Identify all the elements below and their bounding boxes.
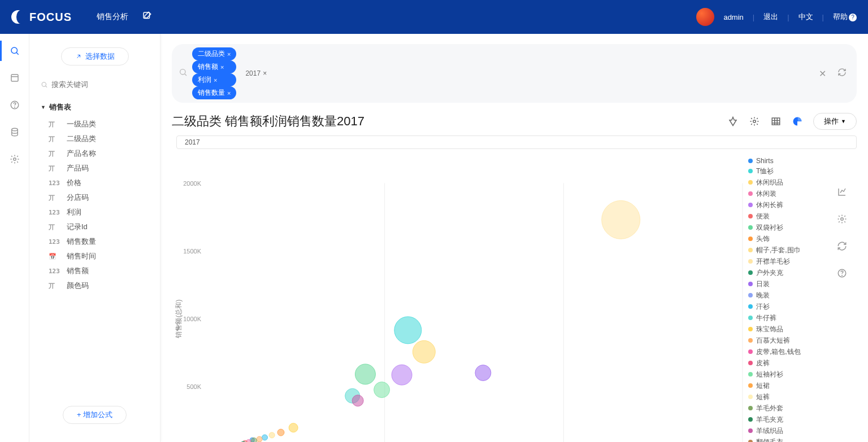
query-pill-plain[interactable]: 2017× [241, 68, 271, 79]
legend-dot-icon [748, 406, 753, 410]
query-pill[interactable]: 利润 × [192, 73, 236, 86]
plot-area[interactable]: 05K10K15K500K1000K1500K2000K销售数量(总和)销售额(… [172, 152, 748, 442]
legend-item[interactable]: 双袋衬衫 [748, 222, 827, 233]
bubble[interactable] [394, 317, 422, 344]
query-clear-icon[interactable]: ✕ [815, 68, 830, 79]
legend-dot-icon [748, 304, 753, 309]
field-item[interactable]: 丌颜色码 [29, 278, 160, 293]
bubble[interactable] [475, 365, 491, 381]
bubble[interactable] [289, 423, 298, 432]
query-refresh-icon[interactable] [834, 68, 850, 79]
field-item[interactable]: 丌一级品类 [29, 117, 160, 132]
username[interactable]: admin [723, 13, 743, 21]
legend-item[interactable]: 休闲装 [748, 188, 827, 199]
field-item[interactable]: 📅销售时间 [29, 249, 160, 264]
bubble[interactable] [251, 438, 257, 443]
legend-item[interactable]: 皮带,箱包,钱包 [748, 346, 827, 357]
legend-item[interactable]: T恤衫 [748, 165, 827, 177]
chart-help-icon[interactable] [836, 268, 848, 279]
rail-help-icon[interactable] [9, 99, 20, 111]
legend-item[interactable]: 开襟羊毛衫 [748, 256, 827, 267]
rail-database-icon[interactable] [9, 126, 20, 138]
top-right: admin | 退出 | 中文 | 帮助? [696, 8, 857, 26]
field-item[interactable]: 丌记录Id [29, 220, 160, 234]
legend-item[interactable]: 休闲长裤 [748, 199, 827, 211]
rail-dashboard-icon[interactable] [9, 72, 20, 84]
bubble[interactable] [257, 436, 262, 442]
field-item[interactable]: 丌产品名称 [29, 146, 160, 161]
query-pill[interactable]: 销售数量 × [192, 86, 236, 99]
legend-item[interactable]: 羊绒织品 [748, 425, 827, 436]
legend-item[interactable]: 短裙 [748, 380, 827, 391]
chart-view-icon[interactable] [792, 116, 803, 127]
rail-search-icon[interactable] [9, 45, 20, 56]
table-view-icon[interactable] [770, 116, 782, 127]
field-search-input[interactable] [51, 80, 149, 89]
select-data-button[interactable]: 选择数据 [61, 47, 129, 65]
legend-item[interactable]: 翻领毛衣 [748, 436, 827, 442]
refresh-chart-icon[interactable] [836, 240, 848, 252]
field-item[interactable]: 丌产品码 [29, 161, 160, 176]
field-item[interactable]: 123销售额 [29, 264, 160, 278]
legend-item[interactable]: 休闲织品 [748, 177, 827, 188]
bubble[interactable] [262, 435, 268, 440]
chart-settings-icon[interactable] [836, 213, 848, 225]
legend-item[interactable]: 短裤 [748, 391, 827, 402]
year-tab[interactable]: 2017 [176, 135, 857, 149]
pin-icon[interactable] [727, 116, 739, 127]
legend-item[interactable]: 羊毛外套 [748, 402, 827, 414]
query-pill[interactable]: 二级品类 × [192, 47, 236, 60]
legend-label: 汗衫 [756, 302, 770, 312]
field-item[interactable]: 123价格 [29, 176, 160, 190]
edit-icon[interactable] [142, 11, 152, 23]
bubble[interactable] [269, 432, 275, 438]
tree-header[interactable]: ▼ 销售表 [29, 100, 160, 115]
avatar[interactable] [696, 8, 714, 26]
help-link[interactable]: 帮助? [833, 12, 857, 22]
legend-item[interactable]: 头饰 [748, 233, 827, 244]
legend-item[interactable]: Shirts [748, 156, 827, 165]
field-search[interactable] [41, 77, 149, 92]
lang-link[interactable]: 中文 [798, 12, 813, 22]
legend-item[interactable]: 短袖衬衫 [748, 369, 827, 380]
bubble[interactable] [413, 340, 435, 363]
settings-icon[interactable] [749, 116, 760, 127]
legend-item[interactable]: 便装 [748, 211, 827, 222]
logout-link[interactable]: 退出 [763, 12, 778, 22]
legend-item[interactable]: 珠宝饰品 [748, 323, 827, 335]
query-pill[interactable]: 销售额 × [192, 60, 236, 73]
legend-item[interactable]: 日装 [748, 278, 827, 290]
legend-item[interactable]: 帽子,手套,围巾 [748, 244, 827, 256]
legend-label: 晚装 [756, 291, 770, 300]
rail-settings-icon[interactable] [9, 154, 20, 165]
field-item[interactable]: 123利润 [29, 205, 160, 220]
field-item[interactable]: 123销售数量 [29, 234, 160, 249]
bubble[interactable] [355, 364, 375, 384]
legend-item[interactable]: 晚装 [748, 290, 827, 301]
bubble[interactable] [374, 382, 390, 398]
legend-dot-icon [748, 383, 753, 388]
logo[interactable]: FOCUS [11, 10, 72, 24]
operations-button[interactable]: 操作▼ [813, 113, 857, 130]
legend-dot-icon [748, 225, 753, 230]
add-formula-button[interactable]: + 增加公式 [63, 406, 127, 424]
query-bar[interactable]: 二级品类 ×销售额 ×利润 ×销售数量 × 2017× ✕ [172, 44, 857, 103]
legend-item[interactable]: 皮裤 [748, 357, 827, 369]
bubble[interactable] [602, 200, 640, 239]
nav-sales-analysis[interactable]: 销售分析 [97, 12, 128, 22]
svg-text:销售额(总和): 销售额(总和) [175, 300, 183, 339]
field-item[interactable]: 丌分店码 [29, 190, 160, 205]
field-label: 二级品类 [67, 134, 96, 144]
legend-item[interactable]: 百慕大短裤 [748, 335, 827, 346]
bubble[interactable] [392, 365, 412, 385]
bubble[interactable] [277, 429, 284, 436]
axis-config-icon[interactable] [836, 186, 848, 198]
legend-item[interactable]: 汗衫 [748, 301, 827, 312]
legend-item[interactable]: 羊毛夹克 [748, 414, 827, 425]
bubble[interactable] [352, 395, 363, 406]
legend-item[interactable]: 户外夹克 [748, 267, 827, 278]
field-item[interactable]: 丌二级品类 [29, 132, 160, 146]
legend-item[interactable]: 牛仔裤 [748, 312, 827, 323]
svg-point-6 [13, 158, 16, 161]
legend-dot-icon [748, 316, 753, 320]
